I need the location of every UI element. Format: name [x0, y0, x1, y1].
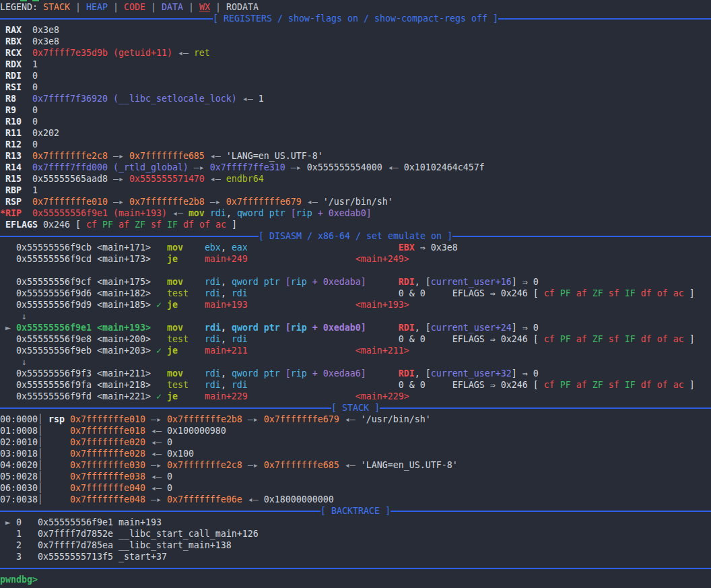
token: 0x7fffffffe679 [264, 414, 339, 424]
token: 1 [259, 94, 264, 104]
register-row-rip: *RIP 0x55555556f9e1 (main+193) ◂— mov rd… [0, 207, 711, 219]
token: │ [38, 494, 43, 504]
token [178, 300, 205, 310]
token: main+229 [205, 391, 248, 401]
token: 0 [32, 117, 38, 127]
token [43, 449, 70, 459]
token: EBX [399, 242, 415, 253]
token: 0x55555556f9fd <main+221> [16, 391, 156, 401]
token: 0x55555556f9fa <main+218> [16, 380, 167, 390]
token: │ [38, 437, 43, 447]
token: cf [544, 334, 560, 344]
token: ◂— [302, 197, 323, 207]
token: 1 [32, 59, 38, 69]
divider-line [0, 407, 331, 409]
token: qword ptr [237, 208, 291, 218]
token: 0 & 0 [399, 288, 452, 298]
token: , [221, 323, 232, 333]
token [43, 460, 70, 470]
disasm-jump-arrow: ↓ [0, 356, 711, 368]
token: ] [684, 334, 695, 344]
register-row-rbp: RBP 1 [0, 185, 711, 196]
token: —▸ [242, 460, 264, 470]
token: | [210, 2, 226, 12]
token: 02:0010 [0, 437, 38, 447]
prompt-row[interactable]: pwndbg> [0, 574, 711, 585]
token: af [576, 334, 592, 344]
disasm-row-current-main-193: ► 0x55555556f9e1 <main+193> mov rdi, qwo… [0, 322, 711, 333]
terminal[interactable]: LEGEND: STACK | HEAP | CODE | DATA | WX … [0, 0, 711, 588]
token: —▸ [145, 494, 167, 504]
token: ◂— [145, 437, 167, 447]
stack-row-06: 06:0030│ 0x7fffffffe040 ◂— 0 [0, 482, 711, 494]
token: 0 [32, 82, 38, 92]
token: rdi [205, 334, 221, 344]
token: [ [291, 208, 296, 218]
token: —▸ [108, 174, 129, 184]
token: 0 [32, 139, 38, 150]
token: of [657, 334, 673, 344]
token: , [ [415, 368, 431, 379]
token: HEAP [86, 2, 108, 12]
token: [ [285, 323, 291, 333]
token [0, 300, 16, 310]
token: af [576, 288, 592, 298]
token [0, 334, 16, 344]
token: 0x10102464c457f [404, 162, 485, 172]
token: sf [609, 288, 625, 298]
token: 0x55555556f9d9 <main+185> [16, 300, 156, 310]
token: 0x55555556f9e1 <main+193> [16, 323, 151, 333]
token: IF [625, 380, 641, 390]
token: RSP [0, 197, 32, 207]
token: 0x7fffffffe038 [70, 471, 145, 482]
token: │ [38, 471, 43, 482]
token: | [70, 2, 86, 12]
token: —▸ [145, 414, 167, 424]
token: main+211 [205, 346, 248, 356]
token: 05:0028 [0, 471, 38, 482]
backtrace-row-2: 2 0x7ffff7d785ea __libc_start_main+138 [0, 540, 711, 551]
token: eax [232, 242, 248, 253]
token: 0x100000980 [167, 426, 226, 436]
token: RSI [0, 82, 32, 92]
token: , [221, 368, 232, 379]
token: EFLAGS ⇒ 0x246 [ [452, 380, 544, 390]
token [162, 346, 167, 356]
section-header-stack: [ STACK ] [0, 402, 711, 414]
token: R13 [0, 151, 32, 161]
token [0, 288, 16, 298]
divider-line [380, 407, 711, 409]
token: PF [560, 380, 576, 390]
token: 0x7fffffffe018 [70, 426, 145, 436]
token: sf [609, 380, 625, 390]
token [248, 391, 356, 401]
token: ◂— [145, 449, 167, 459]
token: <main+193> [356, 300, 409, 310]
token: 0x7fffffffe048 [70, 494, 145, 504]
token: —▸ [189, 162, 210, 172]
register-row-rdi: RDI 0 [0, 70, 711, 81]
token [0, 368, 16, 379]
token: RCX [0, 48, 32, 58]
token: 0 [167, 437, 172, 447]
section-title: [ STACK ] [331, 402, 380, 414]
token: rip [296, 208, 312, 218]
token: df [641, 380, 657, 390]
token: cf [544, 380, 560, 390]
token: rdi [205, 288, 221, 298]
register-row-r15: R15 0x55555565aad8 —▸ 0x555555571470 ◂— … [0, 173, 711, 185]
token: 0x7fffffffe685 [264, 460, 339, 470]
token: ] ⇒ 0 [512, 323, 539, 333]
token: 0x555555571470 [129, 174, 205, 184]
disasm-row-main-182: 0x55555556f9d6 <main+182> test rdi, rdi … [0, 288, 711, 299]
token: *RIP [0, 208, 22, 218]
token: current_user+24 [431, 323, 512, 333]
prompt-label[interactable]: pwndbg> [0, 575, 38, 585]
legend-row: LEGEND: STACK | HEAP | CODE | DATA | WX … [0, 1, 711, 13]
token [0, 242, 16, 253]
token: 0x7ffff7f36920 (__libc_setlocale_lock) [32, 94, 237, 104]
token: R12 [0, 139, 32, 150]
token: —▸ [108, 197, 129, 207]
token: 01:0008 [0, 426, 38, 436]
token: | [183, 2, 199, 12]
